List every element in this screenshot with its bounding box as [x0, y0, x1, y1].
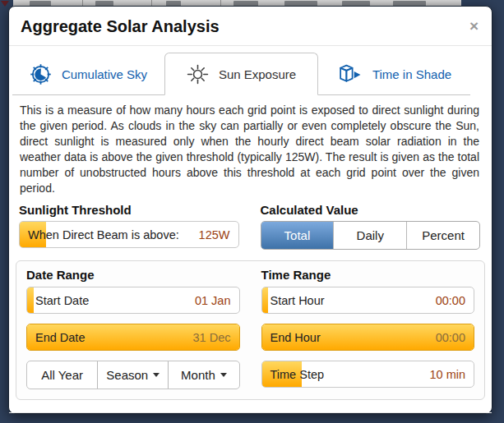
close-icon[interactable]: ×: [469, 18, 479, 34]
segment-total[interactable]: Total: [261, 222, 334, 249]
all-year-button[interactable]: All Year: [27, 361, 97, 389]
tab-time-in-shade[interactable]: Time in Shade: [318, 54, 470, 94]
analysis-tabbar: Cumulative Sky: [12, 53, 470, 95]
start-hour-value: 00:00: [436, 294, 465, 307]
sunlight-threshold-heading: Sunlight Threshold: [19, 203, 239, 217]
start-hour-slider[interactable]: Start Hour 00:00: [261, 287, 475, 314]
slider-fill: [27, 287, 34, 313]
time-step-slider[interactable]: Time Step 10 min: [261, 361, 475, 388]
slider-fill: [262, 287, 269, 313]
dropdown-caret-icon: [153, 373, 160, 377]
threshold-value: 125W: [199, 228, 230, 241]
dialog-title: Aggregate Solar Analysis: [21, 17, 479, 36]
tab-label: Sun Exposure: [219, 67, 296, 81]
tab-label: Time in Shade: [372, 67, 451, 81]
segment-percent[interactable]: Percent: [406, 222, 479, 249]
tab-description-text: This is a measure of how many hours each…: [9, 95, 492, 198]
button-label: Season: [106, 368, 148, 382]
calculated-value-segmented-control: Total Daily Percent: [261, 221, 481, 250]
aggregate-solar-analysis-dialog: Aggregate Solar Analysis ×: [8, 6, 492, 414]
end-hour-label: End Hour: [270, 331, 321, 344]
dialog-header: Aggregate Solar Analysis ×: [9, 7, 492, 46]
sky-dome-clock-icon: [30, 63, 52, 85]
tab-sun-exposure[interactable]: Sun Exposure: [164, 53, 318, 95]
month-dropdown-button[interactable]: Month: [168, 361, 238, 389]
end-date-label: End Date: [35, 331, 85, 344]
start-date-label: Start Date: [35, 294, 89, 307]
date-preset-button-group: All Year Season Month: [26, 361, 240, 389]
sunlight-threshold-section: Sunlight Threshold When Direct Beam is a…: [19, 203, 239, 250]
shaded-cube-icon: [337, 63, 363, 85]
time-range-heading: Time Range: [261, 268, 475, 282]
sun-icon: [187, 63, 209, 85]
start-date-value: 01 Jan: [195, 294, 231, 307]
end-hour-slider[interactable]: End Hour 00:00: [261, 324, 475, 351]
start-hour-label: Start Hour: [270, 294, 325, 307]
range-panel: Date Range Start Date 01 Jan End Date 31…: [16, 260, 485, 400]
end-date-value: 31 Dec: [193, 331, 231, 344]
date-range-heading: Date Range: [26, 268, 240, 282]
tab-label: Cumulative Sky: [62, 67, 147, 81]
end-hour-value: 00:00: [436, 331, 465, 344]
button-label: Month: [181, 368, 215, 382]
time-step-value: 10 min: [429, 368, 465, 381]
time-step-label: Time Step: [270, 368, 325, 381]
threshold-and-value-row: Sunlight Threshold When Direct Beam is a…: [9, 198, 492, 250]
dialog-footer: Cancel Generate: [9, 412, 492, 423]
dropdown-caret-icon: [220, 373, 227, 377]
season-dropdown-button[interactable]: Season: [97, 361, 168, 389]
threshold-label: When Direct Beam is above:: [28, 228, 179, 241]
segment-daily[interactable]: Daily: [333, 222, 406, 249]
background-dropdown-arrow-icon: [1, 1, 9, 7]
button-label: All Year: [41, 368, 83, 382]
calculated-value-heading: Calculated Value: [261, 203, 481, 217]
date-range-section: Date Range Start Date 01 Jan End Date 31…: [26, 266, 240, 389]
time-range-section: Time Range Start Hour 00:00 End Hour 00:…: [261, 266, 475, 389]
tab-cumulative-sky[interactable]: Cumulative Sky: [12, 54, 164, 94]
direct-beam-threshold-slider[interactable]: When Direct Beam is above: 125W: [19, 221, 239, 248]
start-date-slider[interactable]: Start Date 01 Jan: [26, 287, 240, 314]
calculated-value-section: Calculated Value Total Daily Percent: [261, 203, 481, 250]
end-date-slider[interactable]: End Date 31 Dec: [26, 324, 240, 351]
